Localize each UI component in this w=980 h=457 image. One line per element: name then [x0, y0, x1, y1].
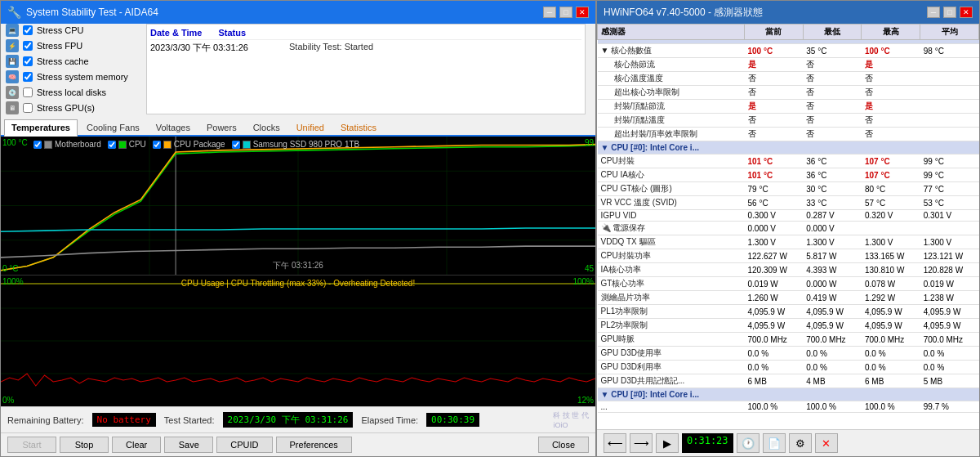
- aida-app-icon: 🔧: [7, 6, 21, 19]
- legend-cpu-package-check[interactable]: [153, 141, 161, 149]
- sensor-ia-pwr-cur: 120.309 W: [745, 263, 804, 277]
- sensor-gpu-d3d2-cur: 0.0 %: [745, 361, 804, 374]
- start-button[interactable]: Start: [7, 437, 56, 453]
- disk-icon: 💿: [6, 86, 19, 99]
- legend-cpu-color: [118, 141, 127, 149]
- legend-cpu-text: CPU: [129, 140, 146, 149]
- section-header-3[interactable]: ▼ CPU [#0]: Intel Core i...: [598, 388, 979, 401]
- hwinfo-minimize-button[interactable]: ─: [927, 7, 940, 18]
- sensor-vddq-min: 1.300 V: [803, 235, 862, 249]
- aida-title-left: 🔧 System Stability Test - AIDA64: [7, 6, 158, 19]
- fpu-icon: ⚡: [6, 39, 19, 52]
- sensor-cpu-pkg-cur: 101 °C: [745, 155, 804, 168]
- sensor-igpu-vid-min: 0.287 V: [803, 210, 862, 222]
- tab-voltages[interactable]: Voltages: [149, 119, 198, 135]
- sensor-gt-pwr-avg: 0.019 W: [920, 277, 979, 291]
- table-row: PL2功率限制 4,095.9 W 4,095.9 W 4,095.9 W 4,…: [598, 319, 979, 333]
- table-row: VDDQ TX 驅區 1.300 V 1.300 V 1.300 V 1.300…: [598, 235, 979, 249]
- tab-temperatures[interactable]: Temperatures: [4, 119, 78, 137]
- aida-minimize-button[interactable]: ─: [543, 7, 556, 18]
- log-status-header: Status: [218, 28, 246, 38]
- tab-cooling-fans[interactable]: Cooling Fans: [79, 119, 147, 135]
- sensor-vr-name: VR VCC 溫度 (SVID): [598, 196, 745, 210]
- legend-cpu-check[interactable]: [108, 141, 116, 149]
- hwinfo-close-button[interactable]: ✕: [960, 7, 973, 18]
- sensor-gpu-d3d-mem-min: 4 MB: [803, 374, 862, 388]
- sensor-ia-pwr-name: IA核心功率: [598, 263, 745, 277]
- sensor-min-0: 35 °C: [803, 44, 862, 58]
- sensor-pl1-max: 4,095.9 W: [862, 305, 920, 319]
- temp-y-axis-right: 99 45: [585, 137, 594, 275]
- sensor-cpu-gt-min: 30 °C: [803, 182, 862, 196]
- sensor-pl2-name: PL2功率限制: [598, 319, 745, 333]
- sensor-max-5: 否: [862, 114, 920, 128]
- tab-statistics[interactable]: Statistics: [333, 119, 384, 135]
- option-stress-disks: 💿 Stress local disks: [6, 86, 136, 99]
- sensor-power-save-min: 0.000 V: [803, 222, 862, 235]
- section-header-2[interactable]: ▼ CPU [#0]: Intel Core i...: [598, 141, 979, 155]
- sensor-vr-cur: 56 °C: [745, 196, 804, 210]
- legend-motherboard-check[interactable]: [33, 141, 42, 149]
- stress-cache-checkbox[interactable]: [23, 56, 33, 66]
- table-row: CPU封裝 101 °C 36 °C 107 °C 99 °C: [598, 155, 979, 168]
- stress-cpu-checkbox[interactable]: [23, 25, 33, 35]
- sensor-vddq-name: VDDQ TX 驅區: [598, 235, 745, 249]
- sensor-cpu-pwr-max: 133.165 W: [862, 249, 920, 263]
- table-row: GPU D3D共用記憶記... 6 MB 4 MB 6 MB 5 MB: [598, 374, 979, 388]
- tab-unified[interactable]: Unified: [289, 119, 332, 135]
- sensor-gpu-d3d2-name: GPU D3D利用率: [598, 361, 745, 374]
- gpu-icon: 🖥: [6, 101, 19, 114]
- hwinfo-table-container[interactable]: 感測器 當前 最低 最高 平均 ▼ 核心熱數值 100 °C 35 °C 100…: [597, 24, 979, 429]
- sensor-min-4: 否: [803, 100, 862, 114]
- sensor-pl1-name: PL1功率限制: [598, 305, 745, 319]
- stress-gpu-checkbox[interactable]: [23, 103, 33, 113]
- temp-y-axis-left: 100 °C 0 °C: [2, 137, 28, 275]
- tab-clocks[interactable]: Clocks: [246, 119, 287, 135]
- sensor-gpu-d3d-max: 0.0 %: [862, 347, 920, 361]
- table-row: 🔌 電源保存 0.000 V 0.000 V: [598, 222, 979, 235]
- sensor-s3-max: 100.0 %: [862, 401, 920, 413]
- cpuid-button[interactable]: CPUID: [216, 437, 272, 453]
- sensor-name-4: 封裝/頂點節流: [598, 100, 745, 114]
- sensor-min-5: 否: [803, 114, 862, 128]
- hwinfo-maximize-button[interactable]: □: [943, 7, 956, 18]
- cpu-throttle-alert: CPU Usage | CPU Throttling (max 33%) - O…: [181, 279, 415, 288]
- sensor-avg-5: [920, 114, 979, 128]
- preferences-button[interactable]: Preferences: [276, 437, 352, 453]
- close-button[interactable]: Close: [538, 437, 589, 453]
- tab-powers[interactable]: Powers: [199, 119, 244, 135]
- hwinfo-close-sensors-button[interactable]: ✕: [815, 433, 838, 453]
- elapsed-value: 00:30:39: [426, 413, 479, 427]
- aida-window: 🔧 System Stability Test - AIDA64 ─ □ ✕ 💻…: [0, 0, 596, 457]
- stress-disks-checkbox[interactable]: [23, 87, 33, 97]
- hwinfo-settings-button[interactable]: ⚙: [789, 433, 812, 453]
- aida-maximize-button[interactable]: □: [559, 7, 572, 18]
- chart-area: Motherboard CPU CPU Package Samsung SSD …: [1, 137, 595, 406]
- stress-fpu-checkbox[interactable]: [23, 41, 33, 51]
- table-row: CPU GT核心 (圖形) 79 °C 30 °C 80 °C 77 °C: [598, 182, 979, 196]
- sensor-current-2: 否: [745, 72, 804, 86]
- stress-memory-checkbox[interactable]: [23, 72, 33, 82]
- aida-close-button[interactable]: ✕: [576, 7, 589, 18]
- hwinfo-play-button[interactable]: ▶: [656, 433, 679, 453]
- hwinfo-title-text: HWiNFO64 v7.40-5000 - 感測器狀態: [604, 6, 763, 20]
- hwinfo-report-button[interactable]: 📄: [763, 433, 786, 453]
- stop-button[interactable]: Stop: [60, 437, 109, 453]
- sensor-gpu-d3d2-min: 0.0 %: [803, 361, 862, 374]
- hwinfo-clock-button[interactable]: 🕐: [737, 433, 760, 453]
- sensor-pl1-cur: 4,095.9 W: [745, 305, 804, 319]
- sensor-s3-min: 100.0 %: [803, 401, 862, 413]
- hwinfo-forward-button[interactable]: ⟶: [630, 433, 653, 453]
- legend-ssd-check[interactable]: [232, 141, 240, 149]
- temp-chart: Motherboard CPU CPU Package Samsung SSD …: [1, 137, 595, 276]
- sensor-vr-min: 33 °C: [803, 196, 862, 210]
- legend-ssd: Samsung SSD 980 PRO 1TB: [232, 140, 360, 149]
- sensor-chip-pwr-min: 0.419 W: [803, 291, 862, 305]
- sensor-gt-pwr-name: GT核心功率: [598, 277, 745, 291]
- log-status-value: Stability Test: Started: [289, 42, 373, 54]
- legend-cpu: CPU: [108, 140, 146, 149]
- clear-button[interactable]: Clear: [112, 437, 161, 453]
- sensor-gt-pwr-max: 0.078 W: [862, 277, 920, 291]
- hwinfo-back-button[interactable]: ⟵: [604, 433, 626, 453]
- save-button[interactable]: Save: [164, 437, 213, 453]
